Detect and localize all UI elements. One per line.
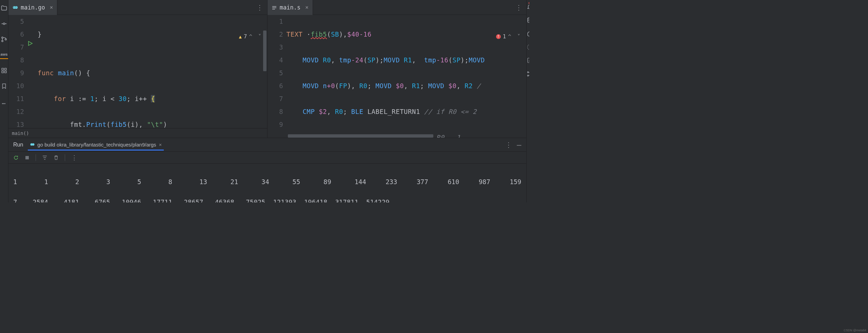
svg-rect-7: [5, 68, 6, 70]
svg-rect-15: [272, 7, 276, 8]
rerun-icon[interactable]: [13, 155, 19, 160]
graph-icon[interactable]: [527, 71, 529, 77]
editor-body-right[interactable]: 123456789 TEXT ·fib5(SB),$40-16 MOVD R0,…: [268, 15, 526, 138]
asm: TEXT: [287, 31, 307, 38]
run-label[interactable]: Run: [13, 142, 23, 148]
project-icon[interactable]: [0, 4, 8, 12]
asm: ;: [343, 108, 351, 115]
asm: R0: [359, 82, 368, 90]
database-icon[interactable]: [527, 17, 529, 24]
code-fn: main: [58, 69, 74, 77]
run-more-icon[interactable]: ⋮: [505, 141, 512, 149]
diag-count: 1: [503, 33, 506, 40]
diag-count: 7: [244, 33, 247, 40]
tab-main-s[interactable]: main.s ×: [268, 0, 313, 15]
asm: SP: [368, 56, 376, 64]
svg-rect-8: [2, 71, 3, 73]
filter-icon[interactable]: [42, 155, 47, 160]
asm: $0: [449, 82, 457, 90]
stop-icon[interactable]: [25, 155, 29, 160]
asm: MOVD: [383, 56, 404, 64]
close-icon[interactable]: ×: [303, 4, 309, 11]
aws-icon[interactable]: aws: [0, 51, 8, 59]
asm: ;: [368, 82, 376, 90]
code-right[interactable]: TEXT ·fib5(SB),$40-16 MOVD R0, tmp-24(SP…: [287, 15, 526, 138]
code-left[interactable]: } func main() { for i := 1; i < 30; i++ …: [38, 15, 267, 128]
svg-point-13: [16, 7, 16, 7]
editor-right: main.s × ⋮ 123456789 TEXT ·fib5(SB),$40-…: [268, 0, 526, 138]
svg-point-24: [527, 75, 528, 76]
code-text: (i),: [127, 121, 147, 128]
trash-icon[interactable]: [54, 155, 59, 160]
notifications-icon[interactable]: [527, 3, 529, 10]
scrollbar-thumb[interactable]: [263, 31, 267, 71]
run-gutter-icon[interactable]: [27, 41, 38, 46]
code-text: ; i++: [127, 95, 151, 102]
diag-nav-arrows[interactable]: ^ ˅: [508, 33, 521, 40]
output-line: 1 1 2 3 5 8 13 21 34 55 89 144 233 377 6…: [13, 177, 521, 187]
tab-label: main.s: [280, 4, 300, 11]
code-kw: for: [54, 95, 70, 102]
asm: );: [376, 56, 384, 64]
close-icon[interactable]: ×: [159, 142, 162, 148]
svg-point-4: [2, 40, 3, 42]
asm: (: [327, 31, 331, 38]
asm: (: [363, 56, 368, 64]
asm: /: [473, 82, 481, 90]
structure-icon[interactable]: [0, 66, 8, 75]
code-fn: Print: [86, 121, 106, 128]
code-text: }: [38, 31, 42, 38]
asm: (: [335, 82, 339, 90]
asm: +0: [327, 82, 335, 90]
svg-rect-22: [528, 58, 529, 63]
hex-icon[interactable]: [527, 31, 529, 37]
tab-more-icon[interactable]: ⋮: [515, 3, 522, 12]
brace-highlight: {: [151, 95, 155, 102]
asm: MOVD: [428, 82, 449, 90]
more-icon[interactable]: …: [0, 98, 8, 106]
dots-icon[interactable]: [527, 44, 529, 50]
close-icon[interactable]: ×: [48, 4, 53, 11]
asm: // if R0 <= 2: [420, 108, 481, 115]
asm: -24: [351, 56, 363, 64]
asm: ,: [456, 82, 465, 90]
svg-rect-6: [2, 68, 3, 70]
diag-nav-arrows[interactable]: ^ ˅: [249, 33, 262, 40]
asm: ): [339, 31, 343, 38]
vcs-icon[interactable]: [0, 35, 8, 43]
asm: ),: [347, 82, 359, 90]
breadcrumb[interactable]: main(): [8, 128, 267, 138]
toolbar-more-icon[interactable]: ⋮: [71, 154, 77, 161]
run-output[interactable]: 1 1 2 3 5 8 13 21 34 55 89 144 233 377 6…: [8, 164, 526, 202]
code-kw: func: [38, 69, 58, 77]
asm: R2: [465, 82, 473, 90]
h-scrollbar[interactable]: [288, 134, 523, 138]
commit-icon[interactable]: [0, 20, 8, 28]
asm: R0: [323, 56, 331, 64]
run-toolbar: ⋮: [8, 152, 526, 164]
run-minimize-icon[interactable]: —: [517, 140, 521, 149]
asm: $2: [319, 108, 327, 115]
code-text: i: [70, 95, 78, 102]
bookmarks-icon[interactable]: [0, 82, 8, 90]
tab-main-go[interactable]: main.go ×: [8, 0, 57, 15]
asm: ,: [343, 31, 347, 38]
editor-left: main.go × ⋮ 5678910111213: [8, 0, 268, 138]
asm: ,: [331, 56, 339, 64]
run-config-tab[interactable]: go build okra_library/fantastic_techniqu…: [28, 139, 164, 151]
svg-point-0: [3, 23, 5, 25]
tab-more-icon[interactable]: ⋮: [256, 3, 263, 12]
run-config-text: go build okra_library/fantastic_techniqu…: [37, 142, 156, 148]
diagnostic-badge-left[interactable]: ▲ 7 ^ ˅: [239, 33, 262, 40]
editor-body-left[interactable]: 5678910111213 } func main() { for i := 1…: [8, 15, 267, 128]
asm: SP: [452, 56, 460, 64]
asm: ,: [404, 82, 412, 90]
code-text: (: [106, 121, 111, 128]
diagnostic-badge-right[interactable]: ! 1 ^ ˅: [496, 33, 521, 40]
asm: n: [323, 82, 327, 90]
asm: ,: [412, 56, 424, 64]
font-preview-icon[interactable]: [527, 57, 529, 64]
asm: -16: [436, 56, 449, 64]
left-toolbar: aws …: [0, 0, 8, 202]
code-str: "\t": [147, 121, 163, 128]
